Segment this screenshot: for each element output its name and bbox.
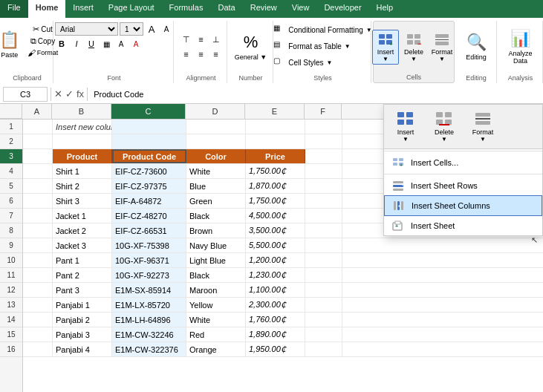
col-header-b[interactable]: B — [52, 104, 111, 119]
cell-c2[interactable] — [112, 134, 186, 148]
tab-insert[interactable]: Insert — [65, 0, 101, 18]
cut-icon: ✂ — [33, 24, 39, 34]
formula-input[interactable] — [91, 87, 540, 102]
row-header-8[interactable]: 8 — [0, 223, 22, 238]
cell-reference[interactable] — [3, 87, 48, 102]
svg-rect-15 — [397, 120, 404, 125]
cell-b3[interactable]: Product — [53, 149, 112, 163]
insert-sheet-columns-menu-item[interactable]: + Insert Sheet Columns — [384, 195, 542, 216]
row-header-12[interactable]: 12 — [0, 283, 22, 298]
font-selector-row: Arial 11 A A — [55, 22, 173, 36]
cell-b1[interactable]: Insert new columns for Non-contiguous ce… — [53, 120, 112, 134]
row-header-7[interactable]: 7 — [0, 209, 22, 223]
row-header-6[interactable]: 6 — [0, 194, 22, 209]
row-header-2[interactable]: 2 — [0, 134, 22, 149]
col-header-a[interactable]: A — [22, 104, 52, 119]
svg-text:−: − — [417, 40, 421, 48]
italic-button[interactable]: I — [70, 37, 83, 50]
format-painter-icon: 🖌 — [27, 48, 36, 57]
row-header-1[interactable]: 1 — [0, 120, 22, 134]
tab-formulas[interactable]: Formulas — [162, 0, 211, 18]
paste-button[interactable]: 📋 Paste — [0, 22, 25, 67]
tab-file[interactable]: File — [0, 0, 28, 18]
svg-rect-22 — [475, 113, 490, 117]
cell-d3[interactable]: Color — [186, 149, 246, 163]
border-button[interactable]: ▦ — [100, 37, 113, 50]
tab-review[interactable]: Review — [243, 0, 284, 18]
col-header-f[interactable]: F — [305, 104, 342, 119]
font-color-button[interactable]: A — [129, 37, 143, 50]
tab-view[interactable]: View — [284, 0, 317, 18]
confirm-formula-icon[interactable]: ✓ — [65, 88, 74, 99]
align-middle-button[interactable]: ≡ — [195, 33, 208, 46]
increase-font-button[interactable]: A — [145, 22, 158, 36]
analyze-data-button[interactable]: 📊 Analyze Data — [506, 24, 536, 69]
cell-d1[interactable] — [186, 120, 246, 134]
cell-f2[interactable] — [305, 134, 342, 148]
fill-color-button[interactable]: A — [114, 37, 128, 50]
svg-rect-6 — [414, 34, 420, 39]
align-bottom-button[interactable]: ⊥ — [209, 33, 223, 46]
insert-sheet-menu-item[interactable]: + Insert Sheet — [384, 216, 542, 235]
col-header-d[interactable]: D — [186, 104, 245, 119]
cell-a3[interactable] — [23, 149, 53, 163]
delete-cells-button[interactable]: − Delete ▼ — [400, 30, 427, 64]
font-size-select[interactable]: 11 — [120, 22, 143, 36]
tab-data[interactable]: Data — [210, 0, 242, 18]
align-top-button[interactable]: ⊤ — [180, 33, 193, 46]
cell-d2[interactable] — [186, 134, 246, 148]
cancel-formula-icon[interactable]: ✕ — [54, 88, 62, 99]
cell-a2[interactable] — [23, 134, 53, 148]
cell-f1[interactable] — [305, 120, 342, 134]
editing-button[interactable]: 🔍 Editing — [461, 24, 491, 69]
col-header-c[interactable]: C — [111, 104, 186, 119]
insert-cells-menu-item[interactable]: + Insert Cells... — [384, 153, 542, 172]
font-name-select[interactable]: Arial — [55, 22, 118, 36]
row-header-4[interactable]: 4 — [0, 164, 22, 179]
insert-function-icon[interactable]: fx — [77, 88, 84, 99]
cell-c3[interactable]: Product Code — [112, 149, 186, 163]
insert-sheet-rows-menu-item[interactable]: + Insert Sheet Rows — [384, 176, 542, 195]
cell-styles-button[interactable]: ▢ Cell Styles ▼ — [270, 55, 335, 70]
row-header-16[interactable]: 16 — [0, 342, 22, 357]
dropdown-delete-button[interactable]: Delete ▼ — [426, 108, 463, 146]
tab-home[interactable]: Home — [28, 0, 66, 18]
cell-c1[interactable] — [112, 120, 186, 134]
row-header-3[interactable]: 3 — [0, 149, 22, 164]
row-header-9[interactable]: 9 — [0, 238, 22, 253]
row-header-10[interactable]: 10 — [0, 253, 22, 268]
table-row: Jacket 3 10G-XF-75398 Navy Blue 5,500.00… — [23, 238, 543, 253]
format-cells-button[interactable]: Format ▼ — [429, 30, 455, 64]
font-format-row: B I U ▦ A A — [55, 37, 143, 50]
tab-help[interactable]: Help — [369, 0, 401, 18]
svg-text:+: + — [401, 182, 404, 186]
cell-e3[interactable]: Price — [246, 149, 305, 163]
cell-b2[interactable] — [53, 134, 112, 148]
formula-divider-2 — [87, 88, 88, 101]
col-header-e[interactable]: E — [245, 104, 305, 119]
cell-a1[interactable] — [23, 120, 53, 134]
insert-cells-button[interactable]: + Insert ▼ — [372, 30, 399, 65]
dropdown-format-button[interactable]: Format ▼ — [464, 108, 501, 146]
dropdown-insert-icon — [397, 111, 414, 128]
row-header-11[interactable]: 11 — [0, 268, 22, 283]
underline-button[interactable]: U — [85, 37, 98, 50]
decrease-font-button[interactable]: A — [160, 22, 173, 36]
row-header-13[interactable]: 13 — [0, 298, 22, 313]
align-right-button[interactable]: ≡ — [209, 48, 223, 61]
row-header-5[interactable]: 5 — [0, 179, 22, 194]
format-as-table-button[interactable]: ▤ Format as Table ▼ — [270, 39, 353, 53]
cell-f3[interactable] — [305, 149, 342, 163]
tab-developer[interactable]: Developer — [316, 0, 368, 18]
cell-e2[interactable] — [246, 134, 305, 148]
align-center-button[interactable]: ≡ — [195, 48, 208, 61]
cell-e1[interactable] — [246, 120, 305, 134]
row-header-14[interactable]: 14 — [0, 313, 22, 327]
dropdown-insert-button[interactable]: Insert ▼ — [387, 108, 424, 146]
align-left-button[interactable]: ≡ — [180, 48, 193, 61]
bold-button[interactable]: B — [55, 37, 68, 50]
row-header-15[interactable]: 15 — [0, 327, 22, 342]
conditional-formatting-icon: ▦ — [273, 24, 285, 36]
tab-page-layout[interactable]: Page Layout — [101, 0, 162, 18]
conditional-formatting-button[interactable]: ▦ Conditional Formatting ▼ — [270, 22, 375, 37]
